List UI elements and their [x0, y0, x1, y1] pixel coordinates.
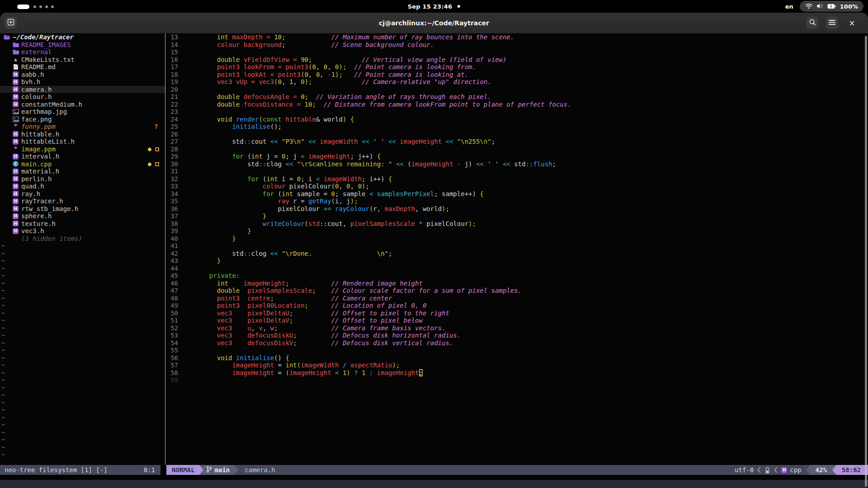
code-line[interactable]: 57 imageHeight = int(imageWidth / aspect…	[165, 361, 868, 369]
menu-button[interactable]	[826, 17, 838, 29]
tree-item[interactable]: Hsphere.h	[0, 212, 165, 220]
code-line[interactable]: 15	[165, 48, 868, 56]
code-line[interactable]: 55	[165, 347, 868, 354]
keyboard-layout-indicator[interactable]: en	[785, 3, 793, 10]
code-line[interactable]: 26	[165, 131, 868, 138]
code-line[interactable]: 59	[165, 376, 868, 384]
line-number: 59	[169, 376, 178, 384]
code-line[interactable]: 32 for (int i = 0; i < imageWidth; i++) …	[165, 175, 868, 183]
code-line[interactable]: 31	[165, 168, 868, 175]
code-line[interactable]: 41	[165, 242, 868, 250]
workspace-dot[interactable]	[51, 5, 54, 8]
tree-item[interactable]: face.png	[0, 116, 165, 123]
code-line[interactable]: 23	[165, 108, 868, 116]
tree-item[interactable]: external	[0, 48, 165, 56]
code-line[interactable]: 48 point3 centre; // Camera center	[165, 295, 868, 302]
code-line[interactable]: 50 vec3 pixelDeltaU; // Offset to pixel …	[165, 310, 868, 317]
code-line[interactable]: 52 vec3 u, v, w; // Camera frame basis v…	[165, 324, 868, 332]
code-line[interactable]: 51 vec3 pixelDeltaV; // Offset to pixel …	[165, 317, 868, 324]
tree-item[interactable]: HconstantMedium.h	[0, 101, 165, 108]
code-line[interactable]: 18 point3 lookAt = point3(0, 0, -1); // …	[165, 71, 868, 79]
tree-item[interactable]: Hinterval.h	[0, 153, 165, 160]
workspace-indicator-active[interactable]	[17, 5, 29, 9]
code-editor-pane[interactable]: 13 int maxDepth = 10; // Maximum number …	[165, 33, 868, 465]
neotree-file-explorer[interactable]: ~/Code/RaytracerREADME_IMAGESexternal▲CM…	[0, 33, 165, 465]
system-status-menu[interactable]: 100%	[800, 1, 863, 12]
code-line[interactable]: 19 vec3 vUp = vec3(0, 1, 0); // Camera-r…	[165, 78, 868, 86]
code-line[interactable]: 34 for (int sample = 0; sample < samples…	[165, 190, 868, 198]
empty-line-tilde: ~	[0, 250, 165, 258]
code-line[interactable]: 17 point3 lookFrom = point3(0, 0, 0); //…	[165, 63, 868, 71]
tree-item[interactable]: Hvec3.h	[0, 227, 165, 235]
clock-menu[interactable]: Sep 15 23:46	[408, 0, 460, 13]
tree-item[interactable]: Hmaterial.h	[0, 168, 165, 175]
code-line[interactable]: 54 vec3 defocusDiskV; // Defocus disk ve…	[165, 339, 868, 347]
code-line[interactable]: 21 double defocusAngle = 0; // Variation…	[165, 93, 868, 101]
code-text: vec3 pixelDeltaU; // Offset to pixel to …	[202, 310, 449, 317]
tree-item[interactable]: Hrtw_stb_image.h	[0, 205, 165, 213]
empty-line-tilde: ~	[0, 265, 165, 272]
code-line[interactable]: 40 }	[165, 235, 868, 243]
code-line[interactable]: 30 std::clog << "\rScanlines remaining: …	[165, 160, 868, 168]
tree-item-label: vec3.h	[21, 227, 44, 235]
code-line[interactable]: 45 private:	[165, 272, 868, 280]
code-line[interactable]: 16 double vFieldOfView = 90; // Vertical…	[165, 56, 868, 64]
tree-item[interactable]: README_IMAGES	[0, 41, 165, 49]
tree-item[interactable]: *funny.ppm?	[0, 123, 165, 131]
tree-item[interactable]: ▲CMakeLists.txt	[0, 56, 165, 64]
code-line[interactable]: 25 initialise();	[165, 123, 868, 131]
tree-item[interactable]: Hbvh.h	[0, 78, 165, 86]
tree-item[interactable]: Hhittable.h	[0, 131, 165, 138]
line-number: 52	[169, 324, 178, 332]
tree-item[interactable]: *image.ppm●	[0, 145, 165, 153]
code-line[interactable]: 47 double pixelSamplesScale; // Colour s…	[165, 287, 868, 295]
code-line[interactable]: 49 point3 pixel00Location; // Location o…	[165, 302, 868, 310]
code-line[interactable]: 27 std::cout << "P3\n" << imageWidth << …	[165, 138, 868, 145]
workspace-dot[interactable]	[45, 5, 48, 8]
code-line[interactable]: 35 ray r = getRay(i, j);	[165, 197, 868, 205]
code-line[interactable]: 43 }	[165, 257, 868, 265]
code-line[interactable]: 58 imageHeight = (imageHeight < 1) ? 1 :…	[165, 369, 868, 377]
tree-item[interactable]: earthmap.jpg	[0, 108, 165, 116]
code-line[interactable]: 39 }	[165, 227, 868, 235]
code-line[interactable]: 13 int maxDepth = 10; // Maximum number …	[165, 33, 868, 41]
tree-item[interactable]: Hperlin.h	[0, 175, 165, 183]
empty-line-tilde: ~	[0, 421, 165, 429]
tree-item[interactable]: Haabb.h	[0, 71, 165, 79]
code-text: point3 lookAt = point3(0, 0, -1); // Poi…	[202, 71, 468, 78]
code-line[interactable]: 28	[165, 145, 868, 153]
tree-item[interactable]: Htexture.h	[0, 220, 165, 228]
tree-item[interactable]: Hcolour.h	[0, 93, 165, 101]
code-line[interactable]: 37 }	[165, 212, 868, 220]
neotree-statusline-segment: neo-tree filesystem [1] [-] 8:1	[0, 465, 160, 475]
code-line[interactable]: 42 std::clog << "\rDone. \n";	[165, 250, 868, 258]
close-window-button[interactable]: ×	[846, 17, 858, 29]
code-line[interactable]: 44	[165, 265, 868, 272]
tree-item[interactable]: Cmain.cpp●	[0, 160, 165, 168]
scroll-progress: 42%	[810, 465, 832, 475]
code-line[interactable]: 20	[165, 86, 868, 94]
workspace-dot[interactable]	[39, 5, 42, 8]
tree-item[interactable]: HrayTracer.h	[0, 197, 165, 205]
tree-item[interactable]: Hcamera.h	[0, 86, 165, 94]
code-line[interactable]: 33 colour pixelColour(0, 0, 0);	[165, 183, 868, 190]
search-button[interactable]	[806, 17, 818, 29]
workspace-dot[interactable]	[33, 5, 36, 8]
code-line[interactable]: 46 int imageHeight; // Rendered image he…	[165, 280, 868, 287]
tree-item[interactable]: Hray.h	[0, 190, 165, 198]
code-line[interactable]: 36 pixelColour += rayColour(r, maxDepth,…	[165, 205, 868, 213]
tree-item[interactable]: (3 hidden items)	[0, 235, 165, 243]
tree-item[interactable]: Hquad.h	[0, 183, 165, 190]
code-line[interactable]: 24 void render(const hittable& world) {	[165, 116, 868, 123]
code-line[interactable]: 56 void initialise() {	[165, 354, 868, 362]
code-line[interactable]: 29 for (int j = 0; j < imageHeight; j++)…	[165, 153, 868, 160]
code-line[interactable]: 53 vec3 defocusDiskU; // Defocus disk ho…	[165, 332, 868, 339]
tree-item[interactable]: HhittableList.h	[0, 138, 165, 145]
terminal-scrollbar[interactable]	[865, 36, 867, 487]
tree-item-label: bvh.h	[21, 78, 40, 85]
tree-root-item[interactable]: ~/Code/Raytracer	[0, 33, 165, 41]
code-line[interactable]: 38 writeColour(std::cout, pixelSamplesSc…	[165, 220, 868, 228]
code-line[interactable]: 14 colour background; // Scene backgroun…	[165, 41, 868, 49]
code-line[interactable]: 22 double focusDistance = 10; // Distanc…	[165, 101, 868, 108]
tree-item[interactable]: README.md	[0, 63, 165, 71]
